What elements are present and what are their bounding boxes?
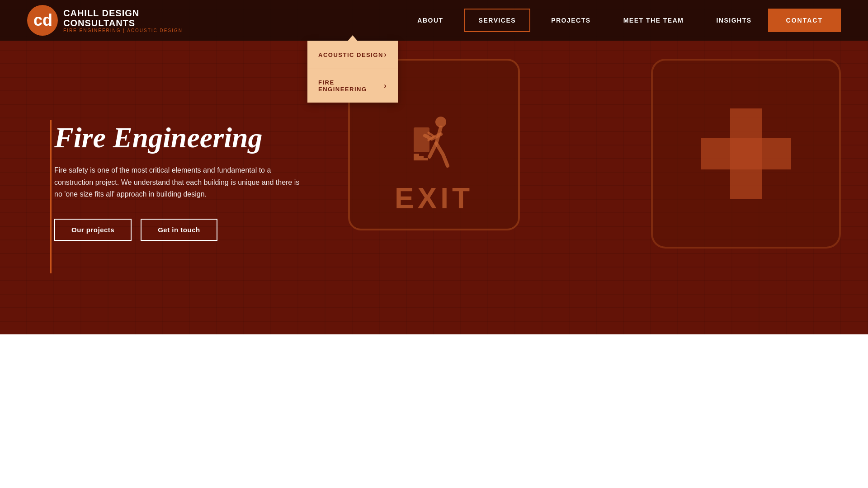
logo-company-name: CAHILL DESIGN CONSULTANTS [63,8,183,28]
svg-rect-4 [414,158,428,160]
svg-rect-3 [414,156,424,158]
cross-vertical [730,108,762,199]
hero-buttons: Our projects Get in touch [54,219,307,241]
nav-insights[interactable]: INSIGHTS [700,0,768,41]
dropdown-fire-engineering[interactable]: FIRE ENGINEERING › [307,69,398,103]
logo-text-area: CAHILL DESIGN CONSULTANTS FIRE ENGINEERI… [63,8,183,33]
logo-tagline: FIRE ENGINEERING | ACOUSTIC DESIGN [63,28,183,33]
hero-content: Fire Engineering Fire safety is one of t… [54,122,307,241]
exit-figure-icon [411,114,457,182]
dropdown-arrow [347,35,358,42]
contact-button[interactable]: CONTACT [768,9,841,32]
our-projects-button[interactable]: Our projects [54,219,132,241]
hero-section: EXIT Fire Engineering Fire safety is one… [0,0,868,334]
svg-text:cd: cd [33,11,52,29]
svg-rect-1 [414,127,429,152]
nav-services[interactable]: SERVICES [464,9,531,32]
nav-links: ABOUT SERVICES PROJECTS MEET THE TEAM IN… [401,0,841,41]
nav-about[interactable]: ABOUT [401,0,459,41]
logo-circle: cd [27,5,58,36]
acoustic-design-arrow-icon: › [384,51,387,59]
cross-shape [701,108,791,199]
logo-icon: cd [32,9,53,31]
services-dropdown: ACOUSTIC DESIGN › FIRE ENGINEERING › [307,41,398,103]
fire-engineering-arrow-icon: › [384,82,387,90]
svg-rect-2 [414,154,419,156]
nav-projects[interactable]: PROJECTS [535,0,607,41]
white-section [0,334,868,488]
first-aid-sign-graphic [651,59,841,249]
hero-description: Fire safety is one of the most critical … [54,164,307,200]
nav-meet-the-team[interactable]: MEET THE TEAM [607,0,700,41]
navbar: cd CAHILL DESIGN CONSULTANTS FIRE ENGINE… [0,0,868,41]
hero-divider [50,120,52,273]
exit-sign-text: EXIT [395,182,473,215]
hero-title: Fire Engineering [54,122,307,154]
get-in-touch-button[interactable]: Get in touch [141,219,217,241]
logo-area[interactable]: cd CAHILL DESIGN CONSULTANTS FIRE ENGINE… [27,5,183,36]
dropdown-acoustic-design[interactable]: ACOUSTIC DESIGN › [307,41,398,69]
